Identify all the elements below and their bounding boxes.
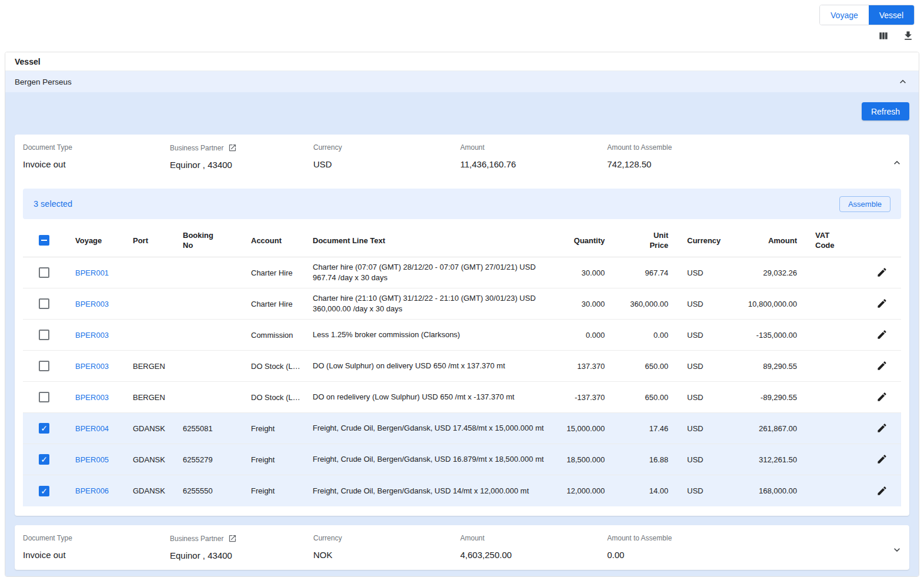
currency-cell: USD bbox=[668, 486, 729, 495]
booking-no-cell: 6255279 bbox=[173, 455, 241, 464]
view-columns-icon[interactable] bbox=[877, 29, 890, 42]
assemble-button[interactable]: Assemble bbox=[839, 196, 890, 212]
header-account: Account bbox=[241, 236, 303, 245]
row-checkbox[interactable] bbox=[39, 454, 49, 465]
table-row[interactable]: BPER003 Charter Hire Charter hire (21:10… bbox=[23, 288, 901, 320]
unit-price-cell: 967.74 bbox=[605, 268, 668, 277]
port-cell: GDANSK bbox=[123, 424, 173, 433]
field-label: Amount bbox=[460, 143, 607, 152]
row-checkbox[interactable] bbox=[39, 423, 49, 434]
field-value: USD bbox=[313, 159, 460, 169]
document-line-text-cell: Freight, Crude Oil, Bergen/Gdansk, USD 1… bbox=[303, 423, 559, 434]
voyage-link[interactable]: BPER003 bbox=[75, 362, 109, 371]
edit-pencil-icon[interactable] bbox=[876, 485, 888, 497]
unit-price-cell: 360,000.00 bbox=[605, 300, 668, 308]
usd-table-area: 3 selected Assemble Voyage Port Booking … bbox=[15, 189, 909, 516]
voyage-link[interactable]: BPER003 bbox=[75, 393, 109, 402]
currency-cell: USD bbox=[668, 362, 729, 371]
chevron-up-icon[interactable] bbox=[890, 156, 903, 169]
field-label: Currency bbox=[313, 534, 460, 542]
usd-document-section: Document Type Invoice out Business Partn… bbox=[15, 135, 909, 516]
table-row[interactable]: BPER004 GDANSK 6255081 Freight Freight, … bbox=[23, 413, 901, 444]
row-checkbox[interactable] bbox=[39, 267, 49, 278]
edit-pencil-icon[interactable] bbox=[876, 360, 888, 372]
row-checkbox[interactable] bbox=[39, 298, 49, 309]
nok-document-section: Document Type Invoice out Business Partn… bbox=[15, 525, 909, 570]
select-all-checkbox[interactable] bbox=[39, 235, 49, 246]
row-checkbox[interactable] bbox=[39, 330, 49, 340]
refresh-button[interactable]: Refresh bbox=[862, 102, 909, 120]
edit-pencil-icon[interactable] bbox=[876, 422, 888, 434]
account-cell: Charter Hire bbox=[241, 268, 303, 277]
header-unit-price: Unit Price bbox=[605, 230, 668, 250]
currency-cell: USD bbox=[668, 424, 729, 433]
edit-pencil-icon[interactable] bbox=[876, 454, 888, 465]
account-cell: Commission bbox=[241, 331, 303, 340]
account-cell: Freight bbox=[241, 455, 303, 464]
header-quantity: Quantity bbox=[559, 236, 605, 245]
currency-cell: USD bbox=[668, 300, 729, 308]
booking-no-cell: 6255550 bbox=[173, 486, 241, 495]
unit-price-cell: 16.88 bbox=[605, 455, 668, 464]
business-partner-label: Business Partner bbox=[170, 535, 223, 543]
selection-toolbar: 3 selected Assemble bbox=[23, 189, 901, 219]
field-amount: Amount 4,603,250.00 bbox=[460, 534, 607, 570]
toggle-voyage[interactable]: Voyage bbox=[820, 5, 869, 25]
amount-cell: 10,800,000.00 bbox=[729, 300, 797, 308]
header-port: Port bbox=[123, 236, 173, 245]
voyage-link[interactable]: BPER006 bbox=[75, 486, 109, 495]
download-icon[interactable] bbox=[902, 29, 915, 42]
edit-pencil-icon[interactable] bbox=[876, 329, 888, 341]
voyage-link[interactable]: BPER003 bbox=[75, 300, 109, 308]
edit-pencil-icon[interactable] bbox=[876, 298, 888, 310]
port-cell: BERGEN bbox=[123, 362, 173, 371]
usd-summary-fields: Document Type Invoice out Business Partn… bbox=[15, 135, 909, 189]
edit-pencil-icon[interactable] bbox=[876, 391, 888, 403]
voyage-link[interactable]: BPER004 bbox=[75, 424, 109, 433]
field-label: Business Partner bbox=[170, 143, 313, 152]
table-row[interactable]: BPER003 Commission Less 1.25% broker com… bbox=[23, 320, 901, 351]
vessel-column-header: Vessel bbox=[5, 52, 919, 71]
voyage-link[interactable]: BPER005 bbox=[75, 455, 109, 464]
currency-cell: USD bbox=[668, 393, 729, 402]
chevron-down-icon[interactable] bbox=[890, 543, 903, 556]
voyage-link[interactable]: BPER003 bbox=[75, 331, 109, 340]
table-row[interactable]: BPER001 Charter Hire Charter hire (07:07… bbox=[23, 257, 901, 288]
toggle-vessel[interactable]: Vessel bbox=[869, 5, 914, 25]
document-line-text-cell: Freight, Crude Oil, Bergen/Gdansk, USD 1… bbox=[303, 486, 559, 496]
field-label: Currency bbox=[313, 143, 460, 152]
field-label: Amount to Assemble bbox=[607, 534, 880, 542]
row-checkbox[interactable] bbox=[39, 392, 49, 402]
quantity-cell: 12,000.000 bbox=[559, 486, 605, 495]
unit-price-cell: 650.00 bbox=[605, 393, 668, 402]
row-checkbox[interactable] bbox=[39, 486, 49, 496]
quantity-cell: 137.370 bbox=[559, 362, 605, 371]
view-toggle-group: Voyage Vessel bbox=[819, 5, 915, 25]
row-checkbox[interactable] bbox=[39, 361, 49, 371]
vessel-expanded-panel: Refresh Document Type Invoice out Busine… bbox=[5, 92, 919, 577]
port-cell: GDANSK bbox=[123, 455, 173, 464]
table-row[interactable]: BPER006 GDANSK 6255550 Freight Freight, … bbox=[23, 475, 901, 506]
selection-count: 3 selected bbox=[34, 199, 72, 209]
field-document-type: Document Type Invoice out bbox=[23, 534, 170, 570]
table-row[interactable]: BPER003 BERGEN DO Stock (L… DO on redeli… bbox=[23, 382, 901, 413]
account-cell: DO Stock (L… bbox=[241, 362, 303, 371]
field-value: 0.00 bbox=[607, 550, 880, 560]
table-row[interactable]: BPER005 GDANSK 6255279 Freight Freight, … bbox=[23, 444, 901, 475]
port-cell: BERGEN bbox=[123, 393, 173, 402]
header-voyage: Voyage bbox=[65, 236, 123, 245]
external-link-icon[interactable] bbox=[228, 143, 237, 152]
voyage-link[interactable]: BPER001 bbox=[75, 268, 109, 277]
edit-pencil-icon[interactable] bbox=[876, 267, 888, 278]
document-line-text-cell: Less 1.25% broker commission (Clarksons) bbox=[303, 330, 559, 340]
port-cell: GDANSK bbox=[123, 486, 173, 495]
vessel-group-row[interactable]: Bergen Perseus bbox=[5, 71, 919, 92]
table-row[interactable]: BPER003 BERGEN DO Stock (L… DO (Low Sulp… bbox=[23, 351, 901, 382]
field-value: Equinor , 43400 bbox=[170, 160, 313, 170]
quantity-cell: 15,000.000 bbox=[559, 424, 605, 433]
unit-price-cell: 0.00 bbox=[605, 331, 668, 340]
quantity-cell: 30.000 bbox=[559, 268, 605, 277]
field-business-partner: Business Partner Equinor , 43400 bbox=[170, 143, 313, 189]
external-link-icon[interactable] bbox=[228, 534, 237, 543]
chevron-up-icon[interactable] bbox=[896, 75, 909, 88]
